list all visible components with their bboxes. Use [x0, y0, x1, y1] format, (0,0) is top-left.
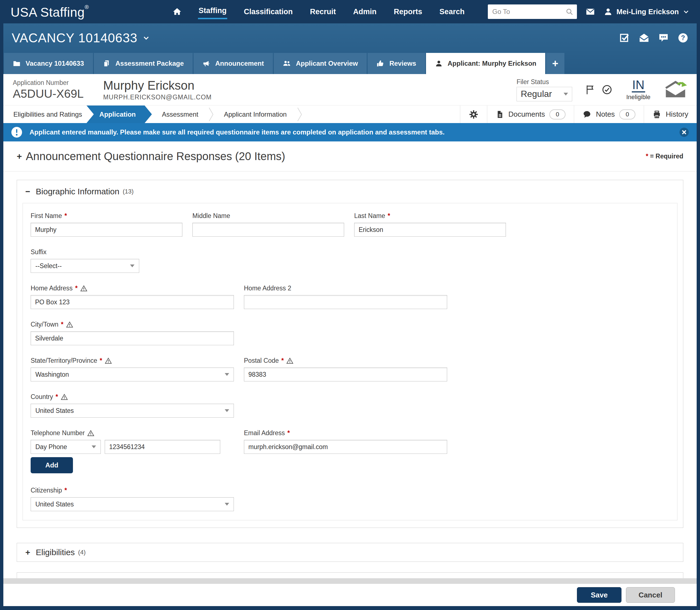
section-preferences[interactable]: + Preferences (3): [17, 573, 683, 578]
save-button[interactable]: Save: [577, 587, 621, 603]
warning-icon: [87, 430, 94, 437]
expand-icon: +: [17, 151, 22, 161]
flag-icon[interactable]: [585, 84, 595, 95]
citizenship-label: Citizenship: [31, 487, 62, 494]
goto-input[interactable]: [492, 8, 565, 16]
step-assessment[interactable]: Assessment: [152, 106, 208, 123]
top-navbar: USA Staffing® Staffing Classification Re…: [3, 0, 697, 23]
state-field: State/Territory/Province* Washington: [31, 357, 234, 382]
chat-dots-icon[interactable]: [658, 33, 669, 43]
country-select[interactable]: United States: [31, 404, 234, 418]
tab-reviews[interactable]: Reviews: [368, 53, 425, 74]
documents-button[interactable]: Documents 0: [487, 106, 574, 123]
middle-name-label: Middle Name: [192, 212, 230, 220]
tab-announcement[interactable]: Announcement: [193, 53, 273, 74]
warning-icon: [80, 285, 88, 292]
phone-type-select[interactable]: Day Phone: [31, 440, 101, 454]
gear-icon: [468, 109, 479, 119]
home-icon[interactable]: [172, 7, 182, 16]
state-select[interactable]: Washington: [31, 368, 234, 382]
filer-status-block: Filer Status Regular: [516, 78, 572, 101]
city-input[interactable]: [31, 331, 234, 345]
vacancy-title[interactable]: VACANCY 10140633: [12, 30, 150, 45]
user-icon: [604, 7, 612, 16]
section-title: Eligibilities: [36, 548, 75, 557]
dropdown-arrow-icon: [225, 503, 229, 505]
close-icon[interactable]: [679, 127, 689, 138]
nav-item-staffing[interactable]: Staffing: [198, 4, 227, 19]
send-email-icon[interactable]: [664, 80, 687, 99]
step-applicant-information[interactable]: Applicant Information: [214, 106, 297, 123]
printer-icon: [652, 110, 661, 119]
nav-item-recruit[interactable]: Recruit: [309, 5, 336, 18]
middle-name-input[interactable]: [192, 223, 344, 237]
nav-item-classification[interactable]: Classification: [243, 5, 293, 18]
dropdown-arrow-icon: [225, 409, 229, 412]
suffix-select[interactable]: --Select--: [31, 259, 139, 273]
last-name-input[interactable]: [354, 223, 506, 237]
application-number-value: A5DUU-X69L: [13, 87, 83, 100]
section-eligibilities[interactable]: + Eligibilities (4): [17, 543, 683, 562]
tab-label: Announcement: [215, 60, 264, 67]
applicant-name: Murphy Erickson: [103, 79, 212, 93]
suffix-label: Suffix: [31, 248, 47, 256]
add-tab-button[interactable]: +: [546, 53, 564, 74]
add-phone-button[interactable]: Add: [31, 457, 73, 473]
notes-button[interactable]: Notes 0: [574, 106, 644, 123]
email-field: Email Address*: [244, 429, 447, 473]
tab-applicant-murphy-erickson[interactable]: Applicant: Murphy Erickson: [426, 53, 545, 74]
telephone-label: Telephone Number: [31, 429, 85, 437]
subnav-tools: Documents 0 Notes 0 History: [460, 106, 697, 123]
required-legend-text: = Required: [650, 152, 683, 160]
task-check-icon[interactable]: [619, 33, 630, 43]
nav-item-search[interactable]: Search: [439, 5, 465, 18]
citizenship-field: Citizenship* United States: [31, 487, 234, 511]
biographic-section-header[interactable]: − Biographic Information (13): [17, 180, 683, 203]
navbar-right: Mei-Ling Erickson: [488, 4, 689, 19]
section-title: Biographic Information: [36, 187, 120, 196]
nav-item-admin[interactable]: Admin: [352, 5, 377, 18]
rating-text: Ineligible: [626, 94, 650, 101]
copy-pages-icon: [103, 60, 111, 67]
open-envelope-icon[interactable]: [639, 33, 649, 43]
goto-searchbox[interactable]: [488, 4, 577, 19]
vacancy-bar: VACANCY 10140633 ?: [3, 23, 697, 52]
history-button[interactable]: History: [644, 106, 697, 123]
vacancy-title-text: VACANCY 10140633: [12, 30, 138, 45]
search-icon: [565, 7, 574, 16]
postal-code-label: Postal Code: [244, 357, 279, 365]
page-title[interactable]: + Announcement Questionnaire Responses (…: [17, 150, 285, 163]
email-input[interactable]: [244, 440, 447, 454]
last-name-label: Last Name: [354, 212, 385, 220]
filer-status-select[interactable]: Regular: [516, 87, 572, 101]
citizenship-select[interactable]: United States: [31, 497, 234, 511]
home-address2-input[interactable]: [244, 295, 447, 309]
tab-assessment-package[interactable]: Assessment Package: [94, 53, 193, 74]
home-address-input[interactable]: [31, 295, 234, 309]
application-subnav: Eligibilities and Ratings Application As…: [3, 105, 697, 123]
required-asterisk: *: [64, 212, 67, 220]
first-name-field: First Name*: [31, 212, 182, 237]
help-icon[interactable]: ?: [678, 33, 688, 43]
logo-text: USA Staffing: [11, 5, 85, 19]
cancel-button[interactable]: Cancel: [626, 587, 675, 603]
mail-icon[interactable]: [585, 7, 596, 16]
expand-icon[interactable]: +: [25, 548, 30, 557]
tab-vacancy[interactable]: Vacancy 10140633: [4, 53, 93, 74]
state-value: Washington: [35, 371, 225, 379]
required-asterisk: *: [56, 393, 58, 401]
step-eligibilities-and-ratings[interactable]: Eligibilities and Ratings: [3, 106, 92, 123]
thumbs-up-icon: [377, 60, 384, 67]
step-application[interactable]: Application: [86, 106, 152, 123]
phone-number-input[interactable]: [105, 440, 220, 454]
postal-code-input[interactable]: [244, 368, 447, 382]
check-circle-icon[interactable]: [602, 84, 612, 95]
user-menu[interactable]: Mei-Ling Erickson: [604, 7, 689, 16]
nav-item-reports[interactable]: Reports: [393, 5, 423, 18]
settings-button[interactable]: [460, 106, 487, 123]
home-address2-field: Home Address 2: [244, 285, 447, 309]
first-name-input[interactable]: [31, 223, 182, 237]
collapse-icon[interactable]: −: [25, 187, 30, 196]
tab-applicant-overview[interactable]: Applicant Overview: [274, 53, 367, 74]
required-asterisk: *: [61, 321, 63, 328]
